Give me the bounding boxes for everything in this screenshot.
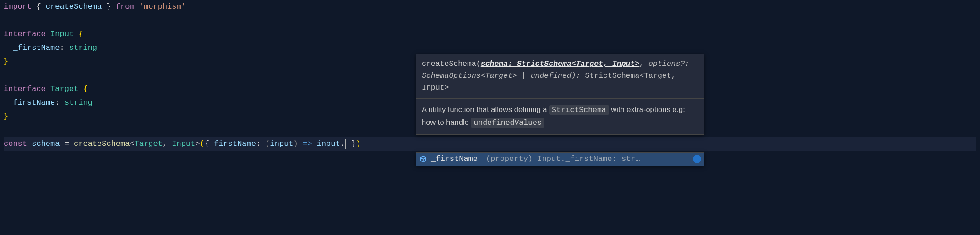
code-line: interface Input {: [4, 27, 976, 41]
signature-help-popup: createSchema(schema: StrictSchema<Target…: [416, 54, 704, 135]
autocomplete-popup[interactable]: _firstName (property) Input._firstName: …: [416, 152, 704, 166]
field-icon: [419, 155, 427, 163]
code-line: [4, 14, 976, 27]
autocomplete-label: _firstName: [431, 152, 478, 166]
autocomplete-detail: (property) Input._firstName: str…: [486, 152, 689, 166]
code-line: import { createSchema } from 'morphism': [4, 0, 976, 14]
info-icon[interactable]: i: [693, 155, 701, 163]
code-line-current: const schema = createSchema<Target, Inpu…: [4, 137, 976, 151]
signature-doc: A utility function that allows defining …: [416, 98, 704, 134]
text-cursor: [345, 139, 346, 149]
code-line: _firstName: string: [4, 41, 976, 55]
autocomplete-item[interactable]: _firstName (property) Input._firstName: …: [416, 153, 704, 166]
signature-text: createSchema(schema: StrictSchema<Target…: [416, 54, 704, 98]
